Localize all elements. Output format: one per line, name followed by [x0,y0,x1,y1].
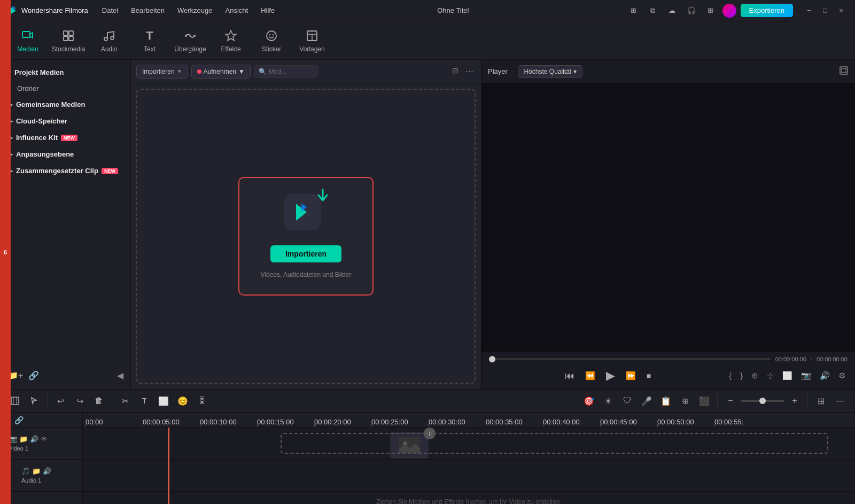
cut-button[interactable]: ✂ [116,392,134,409]
import-drop-area[interactable]: Importieren Videos, Audiodateien und Bil… [238,177,374,296]
user-avatar[interactable] [722,4,736,18]
volume-button[interactable]: 🔊 [818,369,832,383]
tool-medien[interactable]: Medien [9,25,47,57]
stop-button[interactable]: ■ [644,369,653,382]
voice-button[interactable]: 🎤 [638,392,655,409]
progress-thumb[interactable] [489,356,495,362]
undo-button[interactable]: ↩ [52,392,69,409]
monitor-button[interactable]: ⬜ [780,369,795,383]
quality-select[interactable]: Höchste Qualität ▾ [518,65,582,78]
filter-icon[interactable]: ⊟ [450,64,461,79]
minimize-button[interactable]: − [802,3,817,18]
record-button[interactable]: Aufnehmen ▼ [191,65,251,79]
audio-mix-button[interactable]: 🎛 [193,392,211,409]
video-drop-zone[interactable] [281,433,828,454]
menu-werkzeuge[interactable]: Werkzeuge [172,4,218,17]
import-button[interactable]: Importieren ▼ [136,65,188,79]
tool-effekte[interactable]: Effekte [212,25,250,57]
video-folder-icon[interactable]: 📁 [19,435,28,443]
main-toolbar: Medien Stockmedia Audio T Text [0,21,855,60]
zoom-in-button[interactable]: + [786,392,803,409]
multi-clip-button[interactable]: ⊕ [677,392,694,409]
redo-button[interactable]: ↪ [71,392,88,409]
influence-label: Influence Kit [16,134,58,142]
zusammen-badge: NEW [102,168,118,174]
audio1-label: Audio 1 [21,477,78,484]
zoom-out-button[interactable]: − [722,392,739,409]
sticker-tool-button[interactable]: 😊 [174,392,191,409]
player-fullscreen-icon[interactable] [839,66,849,77]
audio-note-icon[interactable]: 🎵 [21,467,30,475]
grid-icon[interactable]: ⊞ [703,3,718,18]
timeline: ⊕ 🔗 00:00 00:00:05:00 00:00:10:00 00:00:… [0,413,855,504]
sidebar-collapse-icon[interactable]: ◀ [117,370,123,381]
tool-stockmedia[interactable]: Stockmedia [49,25,88,57]
more-button[interactable]: ⋯ [831,392,849,409]
crop-button[interactable]: ⬜ [155,392,172,409]
cloud-icon[interactable]: ☁ [665,3,680,18]
maximize-button[interactable]: □ [818,3,833,18]
zoom-thumb[interactable] [759,398,766,404]
split-button[interactable]: ⊹ [765,369,776,383]
tool-text[interactable]: T Text [130,25,169,57]
settings-player-button[interactable]: ⚙ [836,369,848,383]
frame-forward-button[interactable]: ⏩ [624,369,638,383]
sidebar-section-label: Projekt Medien [14,68,64,76]
edit-toolbar: ↩ ↪ 🗑 ✂ T ⬜ 😊 🎛 🎯 ☀ 🛡 🎤 📋 ⊕ ⬛ − + ⊞ ⋯ [0,389,855,413]
mark-out-button[interactable]: } [738,369,745,383]
headphone-icon[interactable]: 🎧 [684,3,699,18]
import-green-button[interactable]: Importieren [270,245,341,262]
mark-in-button[interactable]: { [727,369,734,383]
export-button[interactable]: Exportieren [741,4,793,17]
snapshot-button[interactable]: 📷 [799,369,813,383]
search-box[interactable]: 🔍 Med... [254,65,318,78]
folder-link-icon[interactable]: 🔗 [28,370,39,381]
menu-hilfe[interactable]: Hilfe [255,4,280,17]
tool-audio[interactable]: Audio [90,25,128,57]
sidebar-item-influence[interactable]: ▶ Influence Kit NEW [0,129,130,146]
layout-icon[interactable]: ⧉ [646,3,660,18]
close-button[interactable]: × [834,3,849,18]
tool-sticker[interactable]: Sticker [252,25,291,57]
audio-folder-icon[interactable]: 📁 [32,467,41,475]
text-edit-button[interactable]: T [136,392,153,409]
menu-datei[interactable]: Datei [97,4,123,17]
step-back-button[interactable]: ⏮ [563,368,577,384]
time-total: 00:00:00:00 [817,356,848,362]
video-eye-icon[interactable]: 👁 [41,435,48,443]
svg-rect-4 [69,31,73,35]
timeline-ruler: ⊕ 🔗 00:00 00:00:05:00 00:00:10:00 00:00:… [0,413,855,428]
tool-uebergaenge[interactable]: Übergänge [171,25,209,57]
motion-track-button[interactable]: 🎯 [580,392,597,409]
link-tracks-icon[interactable]: 🔗 [14,416,24,424]
sidebar-item-cloud[interactable]: ▶ Cloud-Speicher [0,113,130,129]
more-options-icon[interactable]: ⋯ [463,64,476,79]
timeline-playhead[interactable] [168,428,169,504]
select-tool-button[interactable] [26,392,43,409]
zoom-slider[interactable] [741,400,784,402]
scene-detect-button[interactable]: 📋 [657,392,674,409]
toolbar-sep-2 [112,394,112,407]
color-correct-button[interactable]: ☀ [600,392,617,409]
menu-bearbeiten[interactable]: Bearbeiten [126,4,170,17]
sidebar-item-gemeinsame[interactable]: ▶ Gemeinsame Medien [0,96,130,113]
play-button[interactable]: ▶ [604,367,617,385]
tool-vorlagen[interactable]: Vorlagen [293,25,331,57]
import-subtitle: Videos, Audiodateien und Bilder [261,271,352,278]
audio-volume-icon[interactable]: 🔊 [43,467,51,475]
insert-button[interactable]: ⬛ [696,392,713,409]
sidebar-item-anpasungsebene[interactable]: ▶ Anpasungsebene [0,146,130,162]
zoom-track[interactable] [741,400,784,402]
grid-layout-button[interactable]: ⊞ [812,392,829,409]
sidebar-section-header[interactable]: ▾ Projekt Medien [0,64,130,81]
menu-ansicht[interactable]: Ansicht [220,4,254,17]
sidebar-item-ordner[interactable]: Ordner [0,81,130,96]
add-marker-button[interactable]: ⊕ [749,369,760,383]
mask-button[interactable]: 🛡 [619,392,636,409]
delete-button[interactable]: 🗑 [90,392,107,409]
frame-back-button[interactable]: ⏪ [583,369,597,383]
sidebar-item-zusammen[interactable]: ▶ Zusammengesetzter Clip NEW [0,162,130,179]
screen-icon[interactable]: ⊞ [626,3,641,18]
progress-bar[interactable] [489,358,771,360]
video-volume-icon[interactable]: 🔊 [30,435,38,443]
